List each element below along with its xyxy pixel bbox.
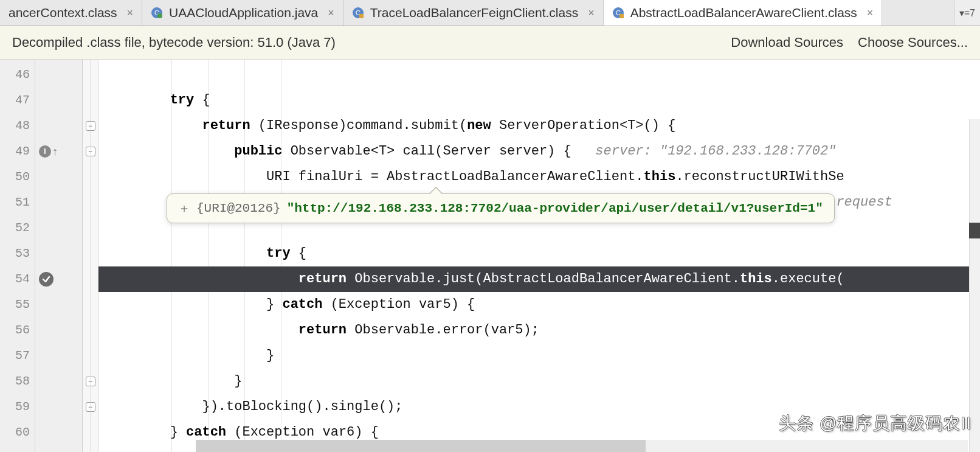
choose-sources-link[interactable]: Choose Sources... bbox=[858, 35, 968, 50]
fold-gutter: − − − − bbox=[83, 60, 98, 452]
expand-icon[interactable]: ＋ bbox=[178, 200, 190, 217]
horizontal-scrollbar[interactable] bbox=[196, 440, 968, 452]
line-number: 46 bbox=[0, 62, 35, 88]
close-icon[interactable]: × bbox=[127, 7, 134, 19]
tab-label: TraceLoadBalancerFeignClient.class bbox=[370, 5, 578, 20]
download-sources-link[interactable]: Download Sources bbox=[731, 35, 843, 50]
line-number: 58 bbox=[0, 369, 35, 394]
line-number-gutter: 46 47 48 49 50 51 52 53 54 55 56 57 58 5… bbox=[0, 60, 35, 452]
line-number: 51 bbox=[0, 190, 35, 215]
line-number: 50 bbox=[0, 164, 35, 190]
code-line: try { bbox=[98, 241, 980, 266]
line-number: 48 bbox=[0, 113, 35, 139]
debug-value-tooltip[interactable]: ＋ {URI@20126} "http://192.168.233.128:77… bbox=[167, 193, 835, 223]
line-number: 53 bbox=[0, 241, 35, 266]
banner-actions: Download Sources Choose Sources... bbox=[731, 35, 968, 50]
tab-label: UAACloudApplication.java bbox=[169, 5, 318, 20]
svg-point-2 bbox=[157, 13, 162, 18]
error-stripe[interactable] bbox=[969, 119, 980, 452]
decompiled-banner: Decompiled .class file, bytecode version… bbox=[0, 26, 980, 60]
tab-traceloadbalancer[interactable]: C TraceLoadBalancerFeignClient.class × bbox=[343, 0, 604, 26]
editor-tabbar: ancerContext.class × C UAACloudApplicati… bbox=[0, 0, 980, 26]
line-number: 59 bbox=[0, 394, 35, 420]
code-line: URI finalUri = AbstractLoadBalancerAware… bbox=[98, 164, 980, 190]
code-line: } catch (Exception var5) { bbox=[98, 292, 980, 318]
line-number: 57 bbox=[0, 343, 35, 369]
tab-label: ancerContext.class bbox=[9, 5, 117, 20]
class-file-icon: C bbox=[352, 7, 364, 19]
close-icon[interactable]: × bbox=[588, 7, 595, 19]
line-number: 54 bbox=[0, 266, 35, 292]
tabbar-overflow[interactable]: ▾≡7 bbox=[954, 0, 980, 26]
line-number: 49 bbox=[0, 139, 35, 164]
line-number: 56 bbox=[0, 318, 35, 343]
close-icon[interactable]: × bbox=[328, 7, 334, 19]
editor-area: 46 47 48 49 50 51 52 53 54 55 56 57 58 5… bbox=[0, 60, 980, 452]
java-file-icon: C bbox=[151, 7, 163, 19]
code-view[interactable]: try { return (IResponse)command.submit(n… bbox=[98, 60, 980, 452]
tab-abstractloadbalancer[interactable]: C AbstractLoadBalancerAwareClient.class … bbox=[604, 0, 883, 26]
code-line: } bbox=[98, 369, 980, 394]
code-line: }).toBlocking().single(); bbox=[98, 394, 980, 420]
svg-rect-5 bbox=[359, 14, 364, 18]
tooltip-value: "http://192.168.233.128:7702/uaa-provide… bbox=[287, 201, 823, 215]
line-number: 55 bbox=[0, 292, 35, 318]
code-line: return (IResponse)command.submit(new Ser… bbox=[98, 113, 980, 139]
close-icon[interactable]: × bbox=[867, 7, 874, 19]
svg-rect-8 bbox=[619, 14, 624, 18]
banner-text: Decompiled .class file, bytecode version… bbox=[12, 35, 336, 50]
code-line: public Observable<T> call(Server server)… bbox=[98, 139, 980, 164]
scrollbar-thumb[interactable] bbox=[196, 440, 646, 452]
line-number: 47 bbox=[0, 88, 35, 113]
code-line: try { bbox=[98, 88, 980, 113]
implements-icon[interactable]: I bbox=[39, 145, 51, 158]
tab-label: AbstractLoadBalancerAwareClient.class bbox=[630, 5, 857, 20]
code-line: return Observable.error(var5); bbox=[98, 318, 980, 343]
tab-ancercontext[interactable]: ancerContext.class × bbox=[0, 0, 142, 26]
gutter-icons: I ↑ bbox=[35, 60, 83, 452]
code-line-breakpoint: return Observable.just(AbstractLoadBalan… bbox=[98, 266, 980, 292]
tooltip-object-id: {URI@20126} bbox=[196, 201, 281, 215]
code-line: } bbox=[98, 343, 980, 369]
class-file-icon: C bbox=[612, 7, 624, 19]
stripe-marker[interactable] bbox=[969, 223, 980, 238]
code-line bbox=[98, 62, 980, 88]
line-number: 60 bbox=[0, 420, 35, 445]
overflow-label: ▾≡7 bbox=[959, 7, 975, 19]
tab-uaacloudapplication[interactable]: C UAACloudApplication.java × bbox=[142, 0, 343, 26]
line-number: 52 bbox=[0, 215, 35, 241]
up-arrow-icon[interactable]: ↑ bbox=[52, 145, 58, 158]
breakpoint-icon[interactable] bbox=[39, 272, 53, 287]
